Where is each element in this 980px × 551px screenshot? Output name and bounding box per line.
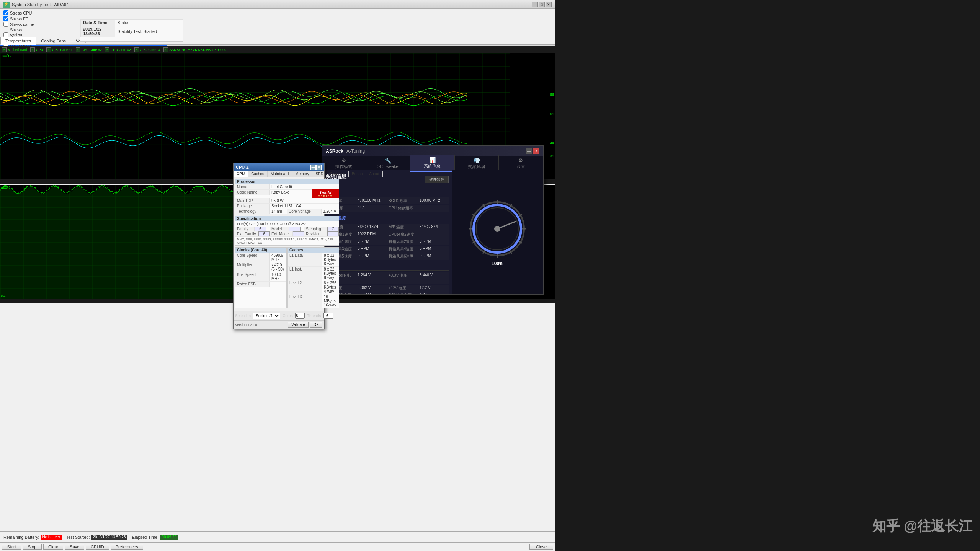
frequency-title: 频率 xyxy=(325,188,449,196)
cpuz-main-area: Processor Name Intel Core i9 Code Name K… xyxy=(234,177,324,311)
cpuz-tab-cpu[interactable]: CPU xyxy=(234,171,248,177)
button-bar: Start Stop Clear Save CPUID Preferences … xyxy=(0,542,555,551)
cpu-vcore-value: 1.264 V xyxy=(356,272,387,284)
stress-fpu-option[interactable]: Stress FPU xyxy=(3,16,36,21)
cpuz-tab-bench[interactable]: Bench xyxy=(349,171,366,177)
cpuz-l3-row: Level 3 16 MBytes 16-way xyxy=(288,294,339,308)
asrock-nav-fan-tuning[interactable]: 💨 交频风扇 xyxy=(455,155,499,172)
tab-cooling-fans[interactable]: Cooling Fans xyxy=(36,37,71,44)
cpuz-tab-mainboard[interactable]: Mainboard xyxy=(268,171,292,177)
cpuz-spec-title: Specification xyxy=(235,216,339,221)
cpuz-tech-value: 14 nm xyxy=(270,209,287,214)
test-started-label: Test Started: xyxy=(66,535,90,540)
status-bar: Remaining Battery: No battery Test Start… xyxy=(0,531,555,542)
app-icon: ⚡ xyxy=(3,2,10,8)
cpuz-l1-inst-label: L1 Inst. xyxy=(288,267,322,280)
cpuz-minimize[interactable]: — xyxy=(310,165,316,170)
asrock-right-panel: 100% xyxy=(452,170,543,294)
asrock-logo: ASRock xyxy=(326,148,343,154)
frequency-grid: CPU频率 4700.00 MHz BCLK 频率 100.00 MHz CPU… xyxy=(325,197,449,212)
cpuz-maxTDP-label-lbl: Max TDP xyxy=(235,198,270,203)
cpuz-ext-family-block: Ext. Family 6 xyxy=(235,231,270,236)
cpuz-threads-input[interactable] xyxy=(323,313,333,319)
stress-cpu-checkbox[interactable] xyxy=(3,10,8,15)
cpuz-l2-value: 8 x 256 KBytes 4-way xyxy=(322,280,339,294)
hardware-monitor-button[interactable]: 硬件监控 xyxy=(425,176,449,183)
clear-button[interactable]: Clear xyxy=(43,544,63,550)
date-label: Date & Time xyxy=(81,20,115,26)
cpuz-name-value: Intel Core i9 xyxy=(270,184,339,189)
asrock-window: ASRock A-Tuning — ✕ ⚙ 操作模式 🔧 OC Tweaker … xyxy=(322,145,544,295)
mem-vpp-value: 2.544 V xyxy=(356,292,387,294)
mb-temp-label: M/B 温度 xyxy=(387,224,418,231)
asrock-nav-oc-tweaker[interactable]: 🔧 OC Tweaker xyxy=(366,155,411,171)
settings-icon: ⚙ xyxy=(500,157,541,163)
cpuz-bottom: Selection Socket #1 Cores Threads xyxy=(234,311,324,320)
voltage-title: 电压 xyxy=(325,263,449,271)
save-button[interactable]: Save xyxy=(65,544,84,550)
start-button[interactable]: Start xyxy=(2,544,21,550)
asrock-nav-label-3: 交频风扇 xyxy=(468,164,485,169)
temp-label-31: 31 xyxy=(550,154,554,158)
legend-samsung: ✓ SAMSUNG MZVKW512HMJP-00000 xyxy=(163,47,226,52)
legend-cpu-core4: ✓ CPU Core #4 xyxy=(134,47,161,52)
cpuz-model-value xyxy=(289,227,301,231)
app-title: System Stability Test - AIDA64 xyxy=(12,2,69,7)
oc-tweaker-icon: 🔧 xyxy=(368,158,409,164)
asrock-nav-settings[interactable]: ⚙ 设置 xyxy=(499,155,543,172)
asrock-nav: ⚙ 操作模式 🔧 OC Tweaker 📊 系统信息 💨 交频风扇 ⚙ 设置 xyxy=(322,156,543,170)
tab-temperatures[interactable]: Temperatures xyxy=(0,37,36,45)
cpuz-taichi-text: Taichi xyxy=(319,190,331,195)
cpuz-selection-dropdown[interactable]: Socket #1 xyxy=(253,313,280,319)
cpuz-cores-input[interactable] xyxy=(295,313,305,319)
v3v-value: 3.440 V xyxy=(418,272,449,284)
battery-status: Remaining Battery: No battery xyxy=(3,535,62,540)
chassis-fan2-value: 0 RPM xyxy=(418,238,449,245)
cpuz-stepping-label: Stepping xyxy=(304,227,327,231)
chassis-fan4-label: 机箱风扇4速度 xyxy=(387,246,418,253)
stress-cache-checkbox[interactable] xyxy=(3,22,8,27)
cpuz-clocks-section: Clocks (Core #0) Core Speed 4698.9 MHz M… xyxy=(235,247,287,308)
stop-button[interactable]: Stop xyxy=(23,544,42,550)
stress-memory-checkbox[interactable] xyxy=(3,32,8,37)
cpuz-tab-memory[interactable]: Memory xyxy=(292,171,312,177)
cpuz-close[interactable]: ✕ xyxy=(316,165,322,170)
cpuid-button[interactable]: CPUID xyxy=(86,544,109,550)
cpuz-maxTDP-value-val: 95.0 W xyxy=(270,198,339,203)
v12v-label: +12V 电压 xyxy=(387,285,418,292)
maximize-button[interactable]: □ xyxy=(539,2,545,7)
cpuz-validate-button[interactable]: Validate xyxy=(288,322,308,328)
asrock-minimize[interactable]: — xyxy=(526,148,532,154)
asrock-nav-operation-mode[interactable]: ⚙ 操作模式 xyxy=(322,155,366,172)
cpuz-tab-about[interactable]: About xyxy=(366,171,382,177)
close-button-bar[interactable]: Close xyxy=(529,544,553,550)
asrock-nav-system-info[interactable]: 📊 系统信息 xyxy=(410,155,455,172)
cpuz-tab-spd[interactable]: SPD xyxy=(312,171,327,177)
cpuz-ext-row: Ext. Family 6 Ext. Model Revision xyxy=(235,231,339,236)
legend-cpu-core1: ✓ CPU Core #1 xyxy=(46,47,73,52)
preferences-button[interactable]: Preferences xyxy=(111,544,143,550)
cpuz-tech-label: Technology xyxy=(235,209,270,214)
asrock-nav-label-1: OC Tweaker xyxy=(376,164,400,169)
bclk-freq-value: 100.00 MHz xyxy=(418,197,449,204)
stress-fpu-checkbox[interactable] xyxy=(3,16,8,21)
gauge-area xyxy=(467,198,528,259)
cpuz-tab-graphics[interactable]: Graphics xyxy=(327,171,349,177)
cpuz-titlebar: CPU-Z — ✕ xyxy=(234,163,324,171)
battery-label: Remaining Battery: xyxy=(3,535,39,540)
close-button[interactable]: ✕ xyxy=(546,2,552,7)
cpuz-ok-button[interactable]: OK xyxy=(310,322,322,328)
asrock-close[interactable]: ✕ xyxy=(533,148,539,154)
stress-cpu-option[interactable]: Stress CPU xyxy=(3,10,36,15)
legend-motherboard: ✓ Motherboard xyxy=(2,47,27,52)
minimize-button[interactable]: — xyxy=(532,2,538,7)
cpuz-ext-family-value: 6 xyxy=(258,231,270,236)
gauge-percent-label: 100% xyxy=(492,261,503,266)
stress-options: Stress CPU Stress FPU Stress cache Stres… xyxy=(0,9,39,36)
cpuz-window: CPU-Z — ✕ CPU Caches Mainboard Memory SP… xyxy=(233,163,325,329)
legend-cpu: ✓ CPU xyxy=(30,47,43,52)
stress-cache-option[interactable]: Stress cache xyxy=(3,22,36,27)
cpuz-family-value: 6 xyxy=(255,227,266,231)
cpuz-title: CPU-Z xyxy=(236,165,249,170)
cpuz-tab-caches[interactable]: Caches xyxy=(248,171,268,177)
